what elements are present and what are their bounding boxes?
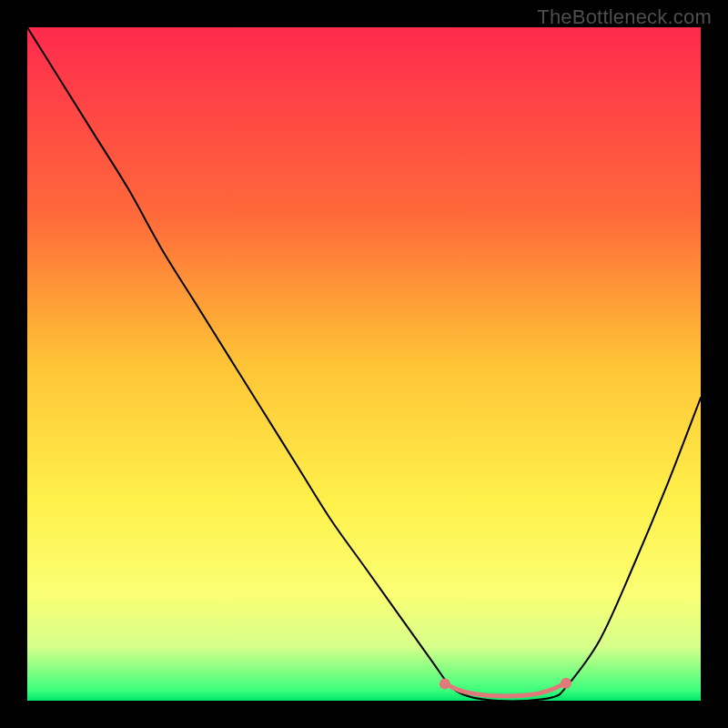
highlight-end-dot-0 bbox=[440, 679, 450, 690]
gradient-background bbox=[27, 27, 701, 701]
plot-area bbox=[27, 27, 701, 701]
highlight-end-dot-1 bbox=[561, 678, 571, 689]
chart-svg bbox=[27, 27, 701, 701]
watermark-text: TheBottleneck.com bbox=[537, 5, 712, 29]
chart-container: TheBottleneck.com bbox=[0, 0, 728, 728]
